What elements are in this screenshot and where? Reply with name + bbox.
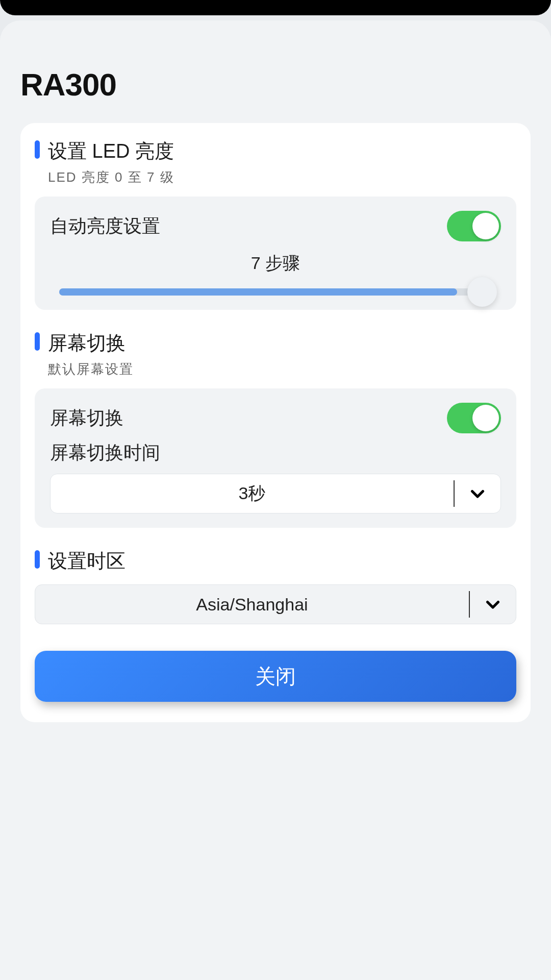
spacer (35, 528, 516, 548)
chevron-down-icon (484, 595, 502, 614)
screen-switch-panel: 屏幕切换 屏幕切换时间 3秒 (35, 388, 516, 528)
section-accent-bar (35, 140, 40, 159)
toggle-thumb (472, 405, 499, 431)
screen-switch-subtitle: 默认屏幕设置 (48, 360, 134, 378)
section-accent-bar (35, 332, 40, 351)
close-button-label: 关闭 (255, 663, 296, 691)
slider-thumb (467, 277, 497, 307)
section-text: 设置时区 (48, 548, 126, 574)
chevron-down-icon (468, 484, 487, 503)
timezone-section-header: 设置时区 (35, 548, 516, 574)
toggle-thumb (472, 213, 499, 239)
status-bar (0, 0, 551, 15)
select-arrow (470, 595, 516, 614)
brightness-step-value: 7 步骤 (50, 252, 501, 275)
settings-card: 设置 LED 亮度 LED 亮度 0 至 7 级 自动亮度设置 7 步骤 (20, 123, 531, 722)
brightness-title: 设置 LED 亮度 (48, 138, 174, 164)
screen-switch-toggle[interactable] (447, 403, 501, 433)
auto-brightness-row: 自动亮度设置 (50, 211, 501, 241)
settings-sheet: RA300 设置 LED 亮度 LED 亮度 0 至 7 级 自动亮度设置 7 … (0, 20, 551, 980)
brightness-subtitle: LED 亮度 0 至 7 级 (48, 168, 174, 186)
timezone-select[interactable]: Asia/Shanghai (35, 584, 516, 624)
spacer (35, 310, 516, 330)
screen-switch-toggle-row: 屏幕切换 (50, 403, 501, 433)
screen-switch-section-header: 屏幕切换 默认屏幕设置 (35, 330, 516, 378)
brightness-panel: 自动亮度设置 7 步骤 (35, 197, 516, 310)
section-text: 屏幕切换 默认屏幕设置 (48, 330, 134, 378)
page-title: RA300 (20, 66, 531, 103)
screen-switch-time-label: 屏幕切换时间 (50, 440, 501, 465)
select-arrow (455, 484, 500, 503)
section-accent-bar (35, 550, 40, 569)
auto-brightness-toggle[interactable] (447, 211, 501, 241)
brightness-section-header: 设置 LED 亮度 LED 亮度 0 至 7 级 (35, 138, 516, 186)
screen-switch-time-select[interactable]: 3秒 (50, 474, 501, 513)
brightness-slider[interactable] (59, 288, 492, 296)
timezone-title: 设置时区 (48, 548, 126, 574)
close-button[interactable]: 关闭 (35, 651, 516, 702)
auto-brightness-label: 自动亮度设置 (50, 214, 160, 239)
screen-switch-toggle-label: 屏幕切换 (50, 406, 123, 431)
slider-fill (59, 288, 457, 296)
screen-switch-time-value: 3秒 (51, 482, 454, 505)
timezone-value: Asia/Shanghai (35, 595, 469, 615)
screen-switch-title: 屏幕切换 (48, 330, 134, 356)
section-text: 设置 LED 亮度 LED 亮度 0 至 7 级 (48, 138, 174, 186)
